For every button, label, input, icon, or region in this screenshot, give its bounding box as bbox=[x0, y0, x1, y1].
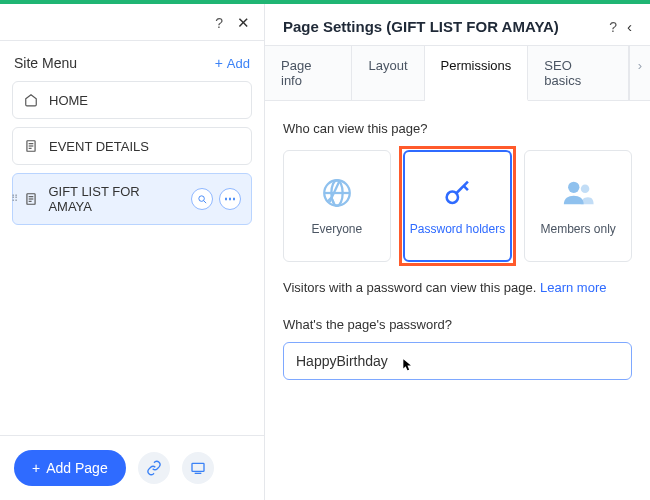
site-menu-title: Site Menu bbox=[14, 55, 77, 71]
chevron-left-icon[interactable]: ‹ bbox=[627, 18, 632, 35]
members-icon bbox=[561, 176, 595, 210]
settings-panel: Page Settings (GIFT LIST FOR AMAYA) ? ‹ … bbox=[265, 4, 650, 500]
drag-handle-icon[interactable]: ⠿ bbox=[11, 197, 18, 201]
option-everyone[interactable]: Everyone bbox=[283, 150, 391, 262]
desktop-preview-icon[interactable] bbox=[182, 452, 214, 484]
add-page-label: Add Page bbox=[46, 460, 108, 476]
option-password-holders[interactable]: Password holders bbox=[403, 150, 513, 262]
helper-text: Visitors with a password can view this p… bbox=[283, 280, 632, 295]
svg-line-9 bbox=[203, 200, 206, 203]
menu-item-home[interactable]: HOME bbox=[12, 81, 252, 119]
password-field-wrap bbox=[283, 342, 632, 380]
app-root: ? ✕ Site Menu + Add HOME EVENT DETAIL bbox=[0, 4, 650, 500]
svg-point-17 bbox=[568, 182, 579, 193]
option-label: Password holders bbox=[410, 222, 505, 236]
learn-more-link[interactable]: Learn more bbox=[540, 280, 606, 295]
tab-page-info[interactable]: Page info bbox=[265, 46, 352, 100]
option-label: Members only bbox=[541, 222, 616, 236]
svg-point-8 bbox=[198, 195, 204, 201]
add-page-button[interactable]: + Add Page bbox=[14, 450, 126, 486]
close-icon[interactable]: ✕ bbox=[237, 14, 250, 32]
add-menu-item-link[interactable]: + Add bbox=[215, 55, 250, 71]
menu-item-actions: ⋯ bbox=[191, 188, 241, 210]
menu-items: HOME EVENT DETAILS ⠿ GIFT LIST FOR AMAYA bbox=[0, 81, 264, 233]
sidebar-header-controls: ? ✕ bbox=[0, 4, 264, 40]
site-menu-header: Site Menu + Add bbox=[0, 41, 264, 81]
menu-item-event-details[interactable]: EVENT DETAILS bbox=[12, 127, 252, 165]
link-tool-icon[interactable] bbox=[138, 452, 170, 484]
panel-header: Page Settings (GIFT LIST FOR AMAYA) ? ‹ bbox=[265, 4, 650, 45]
option-label: Everyone bbox=[311, 222, 362, 236]
svg-point-16 bbox=[446, 192, 457, 203]
tab-permissions[interactable]: Permissions bbox=[425, 46, 529, 101]
add-label: Add bbox=[227, 56, 250, 71]
view-permission-label: Who can view this page? bbox=[283, 121, 632, 136]
helper-text-body: Visitors with a password can view this p… bbox=[283, 280, 540, 295]
key-icon bbox=[441, 176, 475, 210]
menu-item-label: EVENT DETAILS bbox=[49, 139, 149, 154]
page-icon bbox=[23, 138, 39, 154]
help-icon[interactable]: ? bbox=[215, 15, 223, 31]
svg-point-18 bbox=[581, 185, 590, 194]
plus-icon: + bbox=[215, 55, 223, 71]
search-item-icon[interactable] bbox=[191, 188, 213, 210]
tab-seo-basics[interactable]: SEO basics bbox=[528, 46, 628, 100]
option-members-only[interactable]: Members only bbox=[524, 150, 632, 262]
sidebar: ? ✕ Site Menu + Add HOME EVENT DETAIL bbox=[0, 4, 265, 500]
globe-icon bbox=[320, 176, 354, 210]
tabs-scroll-right-icon[interactable]: › bbox=[629, 46, 650, 100]
tabs: Page info Layout Permissions SEO basics … bbox=[265, 45, 650, 101]
help-icon[interactable]: ? bbox=[609, 19, 617, 35]
plus-icon: + bbox=[32, 460, 40, 476]
menu-item-gift-list[interactable]: ⠿ GIFT LIST FOR AMAYA ⋯ bbox=[12, 173, 252, 225]
more-actions-icon[interactable]: ⋯ bbox=[219, 188, 241, 210]
permission-options: Everyone Password holders Members only bbox=[283, 150, 632, 262]
svg-rect-10 bbox=[192, 463, 204, 471]
page-icon bbox=[23, 191, 38, 207]
panel-content: Who can view this page? Everyone Passwor… bbox=[265, 101, 650, 400]
sidebar-footer: + Add Page bbox=[0, 435, 264, 500]
menu-item-label: HOME bbox=[49, 93, 88, 108]
panel-title: Page Settings (GIFT LIST FOR AMAYA) bbox=[283, 18, 599, 35]
tab-layout[interactable]: Layout bbox=[352, 46, 424, 100]
password-field-label: What's the page's password? bbox=[283, 317, 632, 332]
menu-item-label: GIFT LIST FOR AMAYA bbox=[48, 184, 181, 214]
password-input[interactable] bbox=[283, 342, 632, 380]
home-icon bbox=[23, 92, 39, 108]
